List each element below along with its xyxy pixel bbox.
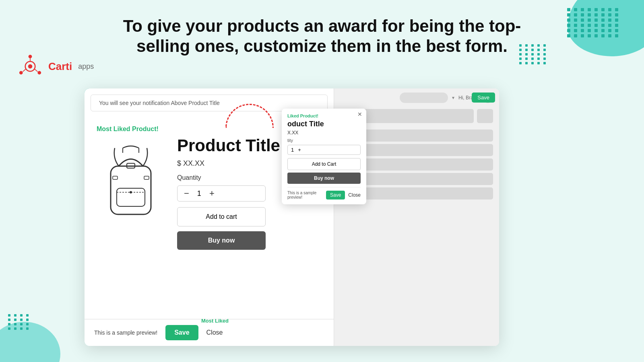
quantity-decrease-button[interactable]: − [184,189,189,198]
search-bar[interactable] [400,93,448,103]
floating-quantity-control: 1 + [287,145,361,155]
settings-dropdown-1[interactable] [477,109,493,123]
floating-preview-text: This is a sample preview! [287,191,323,200]
svg-point-2 [29,55,32,58]
svg-line-7 [35,69,38,72]
header-title: To give your products an award for being… [121,16,523,57]
quantity-control: − 1 + [177,185,266,202]
svg-rect-14 [113,176,118,179]
settings-save-button[interactable]: Save [472,93,495,103]
logo-text: Carti [48,60,72,73]
svg-point-16 [130,191,132,193]
floating-quantity-label: tity [287,138,361,143]
most-liked-bottom-badge: Most Liked [201,318,229,324]
settings-top-bar: ▾ Hi, Brand Save [340,93,493,103]
dots-bottom-left: (function(){ const c = document.currentS… [8,314,30,330]
floating-close-button[interactable]: Close [348,192,361,198]
floating-liked-label: Liked Product! [287,113,361,118]
svg-rect-10 [117,188,145,206]
carti-logo-icon [16,52,44,80]
floating-buy-now-button[interactable]: Buy now [287,173,361,184]
dropdown-arrow: ▾ [452,95,454,101]
preview-sample-text: This is a sample preview! [94,329,157,336]
notification-text: You will see your notification Above Pro… [99,100,220,106]
apps-label: apps [78,62,94,71]
floating-qty-plus-icon[interactable]: + [298,147,301,153]
svg-point-4 [37,71,41,74]
buy-now-button[interactable]: Buy now [177,231,266,250]
quantity-increase-button[interactable]: + [209,189,215,198]
floating-modal: ✕ Liked Product! oduct Title X.XX tity 1… [282,109,366,204]
svg-point-3 [19,71,23,74]
close-button[interactable]: Close [206,329,223,336]
floating-save-button[interactable]: Save [326,191,345,200]
add-to-cart-button[interactable]: Add to cart [177,207,266,226]
floating-qty-value: 1 [291,147,294,153]
save-button[interactable]: Save [165,325,198,340]
svg-line-6 [23,69,26,72]
floating-close-icon[interactable]: ✕ [357,111,362,117]
product-image-area [97,136,169,226]
floating-product-price: X.XX [287,130,361,136]
header: To give your products an award for being… [0,12,644,61]
floating-add-to-cart-button[interactable]: Add to Cart [287,158,361,170]
logo-area: Carti apps [16,52,94,80]
svg-rect-15 [144,176,149,179]
quantity-value: 1 [197,189,201,198]
product-image [97,136,165,224]
floating-footer: This is a sample preview! Save Close [287,187,361,200]
app-window: You will see your notification Above Pro… [85,88,499,346]
svg-point-1 [28,64,33,69]
floating-product-title: oduct Title [287,120,361,128]
